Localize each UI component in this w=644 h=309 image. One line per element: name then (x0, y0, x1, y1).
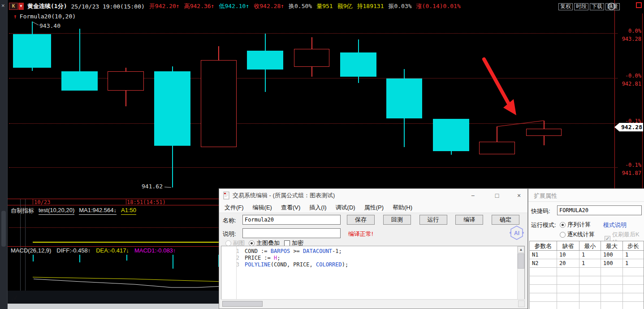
param-cell-empty[interactable] (579, 285, 601, 293)
topbar-button-下载[interactable]: 下载 (590, 3, 604, 10)
tab-close-icon[interactable]: × (32, 295, 36, 302)
param-cell-empty[interactable] (557, 268, 579, 276)
shortcut-label: 快捷码: (531, 207, 550, 215)
axis-label: 0.0% (628, 28, 641, 34)
code-token: BARPOS (271, 248, 290, 254)
编译-button[interactable]: 编译 (455, 215, 483, 225)
mode-help-link[interactable]: 模式说明 (603, 221, 627, 229)
indicator-ma1-value[interactable]: MA1:942.564↓ (79, 207, 117, 215)
param-cell-empty[interactable] (601, 302, 623, 309)
editor-vscrollbar[interactable]: ▲ (517, 246, 524, 299)
code-line: 2PRICE := H; (221, 255, 524, 261)
param-cell[interactable]: 1 (579, 259, 601, 268)
dialog-titlebar[interactable]: 交易系统编辑 - (所属公式组：图表测试) − □ × (219, 189, 527, 202)
tab-close-icon[interactable]: × (35, 295, 39, 302)
param-cell-empty[interactable] (557, 293, 579, 302)
minimize-button[interactable]: − (465, 189, 481, 202)
param-cell-empty[interactable] (557, 302, 579, 309)
close-button[interactable]: × (511, 189, 527, 202)
indicator-a1-value[interactable]: A1:50 (121, 207, 136, 215)
vscroll-thumb[interactable] (518, 253, 524, 269)
param-cell[interactable]: N2 (530, 259, 557, 268)
param-cell[interactable]: 10 (557, 251, 579, 259)
param-cell-empty[interactable] (601, 285, 623, 293)
sidebar-scrollbar[interactable] (1, 211, 6, 247)
menu-编辑(E)[interactable]: 编辑(E) (248, 204, 277, 212)
candle-body (526, 129, 562, 136)
param-cell[interactable]: 1 (623, 251, 644, 259)
param-cell[interactable]: 20 (557, 259, 579, 268)
gridline (9, 167, 618, 168)
menu-查看(V)[interactable]: 查看(V) (277, 204, 305, 212)
回测-button[interactable]: 回测 (383, 215, 411, 225)
menu-帮助(H)[interactable]: 帮助(H) (388, 204, 417, 212)
hscroll-thumb[interactable] (222, 301, 263, 307)
param-cell-empty[interactable] (557, 285, 579, 293)
menu-调试(D)[interactable]: 调试(D) (331, 204, 360, 212)
ai-assistant-icon[interactable]: AI (509, 225, 525, 242)
param-cell-empty[interactable] (557, 276, 579, 285)
datetime-label: 25/10/23 19:00(15:00) (71, 3, 144, 10)
shortcut-input[interactable] (557, 205, 642, 215)
运行-button[interactable]: 运行 (419, 215, 447, 225)
radio-perbar-calc[interactable]: 逐K线计算 (560, 231, 595, 239)
param-cell-empty[interactable] (530, 285, 557, 293)
param-cell[interactable]: 100 (601, 259, 623, 268)
param-cell-empty[interactable] (579, 268, 601, 276)
code-token: ); (342, 261, 348, 268)
确定-button[interactable]: 确定 (492, 215, 519, 225)
code-editor[interactable]: 1COND := BARPOS >= DATACOUNT-1;2PRICE :=… (221, 246, 525, 300)
menu-属性(P)[interactable]: 属性(P) (360, 204, 388, 212)
param-cell-empty[interactable] (623, 285, 644, 293)
quote-field: 量951 (316, 3, 333, 9)
indicator-name[interactable]: test(10,20,20) (39, 207, 74, 215)
param-cell[interactable]: 1 (579, 251, 601, 259)
param-cell[interactable]: 1 (623, 259, 644, 268)
param-cell[interactable]: N1 (530, 251, 557, 259)
param-cell-empty[interactable] (579, 293, 601, 302)
axis-line (614, 0, 615, 199)
high-label-pointer (33, 22, 39, 25)
param-cell-empty[interactable] (530, 268, 557, 276)
sidebar-close-icon[interactable]: × (1, 3, 5, 9)
param-cell-empty[interactable] (530, 302, 557, 309)
param-cell-empty[interactable] (601, 293, 623, 302)
candle-body (154, 71, 190, 146)
param-table-body: N11011001N22011001 (530, 251, 644, 309)
kline-badge[interactable]: K (9, 3, 18, 10)
保存-button[interactable]: 保存 (347, 215, 375, 225)
code-text: PRICE := H; (245, 255, 281, 261)
desc-input[interactable] (242, 228, 341, 238)
macd-histogram-bar (173, 255, 173, 269)
clock-icon[interactable] (608, 3, 615, 10)
param-cell-empty[interactable] (623, 302, 644, 309)
param-cell-empty[interactable] (601, 268, 623, 276)
param-cell-empty[interactable] (601, 276, 623, 285)
maximize-button[interactable]: □ (489, 189, 505, 202)
param-cell-empty[interactable] (530, 293, 557, 302)
red-square-icon[interactable] (636, 2, 642, 8)
line-number: 1 (221, 248, 245, 255)
param-cell-empty[interactable] (579, 302, 601, 309)
topbar-button-复权[interactable]: 复权 (558, 3, 573, 10)
menu-插入(I)[interactable]: 插入(I) (305, 204, 331, 212)
name-input[interactable] (242, 215, 341, 225)
param-cell-empty[interactable] (579, 276, 601, 285)
chevron-down-icon[interactable]: ▼ (18, 3, 24, 10)
param-cell-empty[interactable] (623, 293, 644, 302)
dialog-title: 交易系统编辑 - (所属公式组：图表测试) (233, 191, 335, 200)
param-col-header: 最大 (601, 241, 623, 251)
tab-close-icon[interactable]: × (36, 295, 40, 302)
param-cell-empty[interactable] (623, 268, 644, 276)
radio-sequence-calc[interactable]: 序列计算 (560, 221, 591, 229)
topbar-button-时段[interactable]: 时段 (574, 3, 588, 10)
panel-title: 扩展属性 (534, 192, 557, 200)
editor-hscrollbar[interactable] (221, 299, 525, 308)
menu-文件(F)[interactable]: 文件(F) (220, 204, 248, 212)
param-cell-empty[interactable] (530, 276, 557, 285)
param-cell[interactable]: 100 (601, 251, 623, 259)
code-line: 3POLYLINE(COND, PRICE, COLORRED); (221, 261, 524, 268)
code-token: PRICE := (245, 255, 274, 261)
scroll-up-icon[interactable]: ▲ (518, 246, 524, 253)
param-cell-empty[interactable] (623, 276, 644, 285)
